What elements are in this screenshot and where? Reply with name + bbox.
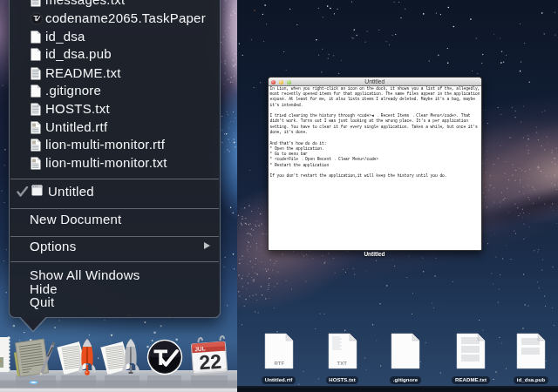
svg-text:22: 22 <box>198 350 221 375</box>
svg-text:RTF: RTF <box>274 361 284 366</box>
svg-text:TXT: TXT <box>337 361 347 366</box>
